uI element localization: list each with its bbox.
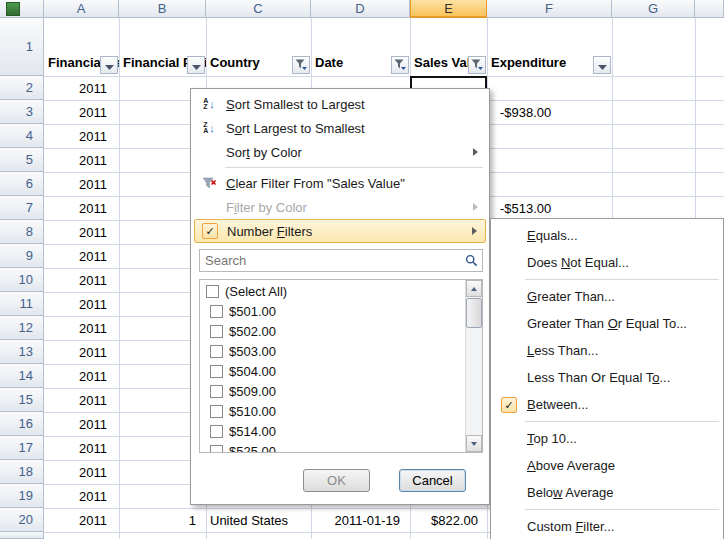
filter-value-item[interactable]: (Select All)	[200, 281, 465, 301]
cell-A18[interactable]: 2011	[44, 460, 119, 484]
column-header-C[interactable]: C	[206, 0, 311, 18]
row-header-12[interactable]: 12	[0, 316, 44, 340]
cell-A17[interactable]: 2011	[44, 436, 119, 460]
row-header-18[interactable]: 18	[0, 460, 44, 484]
ok-button[interactable]: OK	[303, 469, 370, 492]
checkbox[interactable]	[210, 305, 223, 318]
filter-value-item[interactable]: $509.00	[200, 381, 465, 401]
filter-button-A[interactable]	[100, 56, 118, 74]
row-header-6[interactable]: 6	[0, 172, 44, 196]
filter-value-item[interactable]: $510.00	[200, 401, 465, 421]
checkbox[interactable]	[210, 405, 223, 418]
cell-A15[interactable]: 2011	[44, 388, 119, 412]
row-header-9[interactable]: 9	[0, 244, 44, 268]
cell-A16[interactable]: 2011	[44, 412, 119, 436]
row-header-10[interactable]: 10	[0, 268, 44, 292]
row-header-2[interactable]: 2	[0, 76, 44, 100]
cell-E20[interactable]: $822.00	[410, 508, 487, 532]
submenu-item-custom-filter[interactable]: Custom Filter...	[491, 513, 723, 539]
filter-value-item[interactable]: $503.00	[200, 341, 465, 361]
row-header-4[interactable]: 4	[0, 124, 44, 148]
submenu-item-less-than[interactable]: Less Than...	[491, 337, 723, 364]
checkbox[interactable]	[206, 285, 219, 298]
search-icon[interactable]	[465, 253, 478, 271]
checkbox[interactable]	[210, 425, 223, 438]
cell-A20[interactable]: 2011	[44, 508, 119, 532]
cell-A5[interactable]: 2011	[44, 148, 119, 172]
submenu-item-less-than-or-equal-to[interactable]: Less Than Or Equal To...	[491, 364, 723, 391]
cell-A9[interactable]: 2011	[44, 244, 119, 268]
menu-item-sort-by-color[interactable]: Sort by Color	[194, 140, 486, 164]
cell-A4[interactable]: 2011	[44, 124, 119, 148]
row-header-8[interactable]: 8	[0, 220, 44, 244]
cell-A6[interactable]: 2011	[44, 172, 119, 196]
cell-A7[interactable]: 2011	[44, 196, 119, 220]
row-header-17[interactable]: 17	[0, 436, 44, 460]
cell-F7[interactable]: -$513.00	[487, 196, 612, 220]
submenu-item-greater-than[interactable]: Greater Than...	[491, 283, 723, 310]
filter-value-item[interactable]: $525.00	[200, 441, 465, 453]
filter-button-D[interactable]	[391, 56, 409, 74]
filter-button-F[interactable]	[593, 56, 611, 74]
scroll-up-button[interactable]	[466, 280, 482, 297]
checkbox[interactable]	[210, 385, 223, 398]
row-header-14[interactable]: 14	[0, 364, 44, 388]
scrollbar[interactable]	[465, 280, 482, 452]
cell-D20[interactable]: 2011-01-19	[311, 508, 410, 532]
submenu-item-equals[interactable]: Equals...	[491, 222, 723, 249]
cell-A11[interactable]: 2011	[44, 292, 119, 316]
row-header-19[interactable]: 19	[0, 484, 44, 508]
select-all-corner[interactable]	[0, 0, 44, 18]
row-header-11[interactable]: 11	[0, 292, 44, 316]
cell-A12[interactable]: 2011	[44, 316, 119, 340]
filter-button-E[interactable]	[468, 56, 486, 74]
column-header-E[interactable]: E	[410, 0, 487, 18]
cell-F3[interactable]: -$938.00	[487, 100, 612, 124]
cell-A14[interactable]: 2011	[44, 364, 119, 388]
submenu-item-above-average[interactable]: Above Average	[491, 452, 723, 479]
cell-A3[interactable]: 2011	[44, 100, 119, 124]
row-header-3[interactable]: 3	[0, 100, 44, 124]
row-header-15[interactable]: 15	[0, 388, 44, 412]
checkbox[interactable]	[210, 365, 223, 378]
row-header-1[interactable]: 1	[0, 18, 44, 76]
filter-value-item[interactable]: $502.00	[200, 321, 465, 341]
submenu-item-below-average[interactable]: Below Average	[491, 479, 723, 506]
menu-item-clear-filter-from-sales-value[interactable]: Clear Filter From "Sales Value"	[194, 171, 486, 195]
submenu-item-between[interactable]: ✓Between...	[491, 391, 723, 418]
cell-A8[interactable]: 2011	[44, 220, 119, 244]
column-header-G[interactable]: G	[612, 0, 695, 18]
cell-A19[interactable]: 2011	[44, 484, 119, 508]
row-header-20[interactable]: 20	[0, 508, 44, 532]
cancel-button[interactable]: Cancel	[399, 469, 466, 492]
cell-B20[interactable]: 1	[119, 508, 206, 532]
filter-value-item[interactable]: $501.00	[200, 301, 465, 321]
column-header-D[interactable]: D	[311, 0, 410, 18]
checkbox[interactable]	[210, 325, 223, 338]
submenu-item-top-10[interactable]: Top 10...	[491, 425, 723, 452]
row-header-5[interactable]: 5	[0, 148, 44, 172]
filter-value-item[interactable]: $514.00	[200, 421, 465, 441]
row-header-13[interactable]: 13	[0, 340, 44, 364]
cell-A10[interactable]: 2011	[44, 268, 119, 292]
cell-A2[interactable]: 2011	[44, 76, 119, 100]
column-header-F[interactable]: F	[487, 0, 612, 18]
filter-button-C[interactable]	[292, 56, 310, 74]
filter-button-B[interactable]	[187, 56, 205, 74]
filter-value-item[interactable]: $504.00	[200, 361, 465, 381]
cell-C20[interactable]: United States	[206, 508, 311, 532]
cell-A13[interactable]: 2011	[44, 340, 119, 364]
column-header-B[interactable]: B	[119, 0, 206, 18]
search-input[interactable]	[199, 249, 483, 272]
checkbox[interactable]	[210, 345, 223, 358]
row-header-7[interactable]: 7	[0, 196, 44, 220]
submenu-item-greater-than-or-equal-to[interactable]: Greater Than Or Equal To...	[491, 310, 723, 337]
row-header-16[interactable]: 16	[0, 412, 44, 436]
scroll-down-button[interactable]	[466, 435, 482, 452]
column-header-A[interactable]: A	[44, 0, 119, 18]
scroll-thumb[interactable]	[466, 298, 482, 328]
menu-item-sort-largest-to-smallest[interactable]: ZA↓Sort Largest to Smallest	[194, 116, 486, 140]
submenu-item-does-not-equal[interactable]: Does Not Equal...	[491, 249, 723, 276]
menu-item-number-filters[interactable]: ✓Number Filters	[194, 219, 486, 243]
menu-item-sort-smallest-to-largest[interactable]: AZ↓Sort Smallest to Largest	[194, 92, 486, 116]
